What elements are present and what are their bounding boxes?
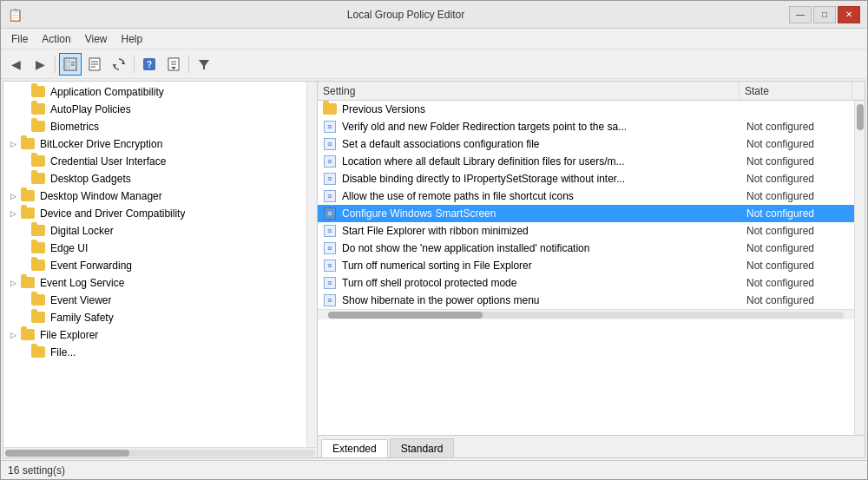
list-row[interactable]: ≡ Verify old and new Folder Redirection … — [318, 118, 854, 135]
row-icon: ≡ — [321, 205, 339, 222]
tree-item-event-log[interactable]: ▷ Event Log Service — [3, 274, 306, 292]
status-bar: 16 setting(s) — [1, 460, 867, 479]
menu-action[interactable]: Action — [35, 31, 77, 47]
list-row[interactable]: ≡ Set a default associations configurati… — [318, 135, 854, 153]
tree-item-autoplay[interactable]: AutoPlay Policies — [3, 101, 306, 118]
tree-horizontal-scroll-area — [3, 447, 317, 457]
list-row[interactable]: ≡ Allow the use of remote paths in file … — [318, 187, 854, 205]
list-row[interactable]: ≡ Location where all default Library def… — [318, 153, 854, 170]
tree-expand-icon: ▷ — [10, 209, 21, 218]
tab-standard[interactable]: Standard — [390, 438, 455, 457]
row-icon: ≡ — [321, 135, 339, 153]
tree-item-event-viewer[interactable]: Event Viewer — [3, 292, 306, 309]
row-state: Not configured — [741, 225, 854, 237]
window-title: Local Group Policy Editor — [23, 9, 789, 21]
row-state: Not configured — [741, 294, 854, 306]
help-button[interactable]: ? — [138, 53, 161, 76]
list-row[interactable]: ≡ Start File Explorer with ribbon minimi… — [318, 222, 854, 240]
export-button[interactable] — [162, 53, 185, 76]
properties-button[interactable] — [83, 53, 106, 76]
row-icon: ≡ — [321, 170, 339, 187]
row-icon: ≡ — [321, 118, 339, 135]
header-state[interactable]: State — [740, 82, 852, 100]
window-controls: — □ ✕ — [789, 6, 860, 23]
menu-view[interactable]: View — [78, 31, 115, 47]
tree-item-edge-ui[interactable]: Edge UI — [3, 240, 306, 257]
tree-item-device-driver[interactable]: ▷ Device and Driver Compatibility — [3, 205, 306, 222]
filter-button[interactable] — [193, 53, 215, 76]
tree-item-label: Biometrics — [50, 121, 99, 133]
row-name: Turn off shell protocol protected mode — [339, 277, 741, 289]
folder-row-icon — [323, 103, 337, 115]
folder-icon — [31, 173, 47, 185]
row-icon — [321, 101, 339, 118]
close-button[interactable]: ✕ — [838, 6, 860, 23]
content-area: Application Compatibility AutoPlay Polic… — [3, 81, 865, 458]
row-state: Not configured — [741, 138, 854, 150]
list-vertical-scrollbar[interactable] — [854, 101, 865, 435]
list-row[interactable]: ≡ Disable binding directly to IPropertyS… — [318, 170, 854, 187]
list-row[interactable]: ≡ Turn off shell protocol protected mode… — [318, 274, 854, 292]
menu-help[interactable]: Help — [115, 31, 150, 47]
menu-bar: File Action View Help — [1, 29, 867, 49]
minimize-button[interactable]: — — [789, 6, 812, 23]
menu-file[interactable]: File — [4, 31, 35, 47]
row-name: Disable binding directly to IPropertySet… — [339, 173, 741, 185]
tree-item-event-forwarding[interactable]: Event Forwarding — [3, 257, 306, 274]
row-name: Set a default associations configuration… — [339, 138, 741, 150]
tree-panel: Application Compatibility AutoPlay Polic… — [3, 82, 318, 457]
tree-horizontal-scrollbar[interactable] — [5, 450, 315, 457]
list-row[interactable]: ≡ Do not show the 'new application insta… — [318, 240, 854, 257]
main-window: 📋 Local Group Policy Editor — □ ✕ File A… — [0, 0, 868, 480]
row-name: Show hibernate in the power options menu — [339, 294, 741, 306]
tree-item-application-compatibility[interactable]: Application Compatibility — [3, 83, 306, 101]
tree-item-desktop-gadgets[interactable]: Desktop Gadgets — [3, 170, 306, 187]
tree-expand-icon: ▷ — [10, 192, 21, 201]
list-content[interactable]: Previous Versions ≡ Verify old and new F… — [318, 101, 854, 435]
tree-item-label: Event Forwarding — [50, 260, 132, 272]
row-state: Not configured — [741, 207, 854, 220]
tree-item-file-misc[interactable]: File... — [3, 344, 306, 361]
app-icon: 📋 — [8, 8, 23, 22]
tree-item-desktop-window[interactable]: ▷ Desktop Window Manager — [3, 187, 306, 205]
row-name: Turn off numerical sorting in File Explo… — [339, 260, 741, 272]
tree-item-label: Desktop Gadgets — [50, 173, 131, 185]
list-row[interactable]: Previous Versions — [318, 101, 854, 118]
tree-item-bitlocker[interactable]: ▷ BitLocker Drive Encryption — [3, 135, 306, 153]
policy-icon: ≡ — [324, 121, 336, 133]
tab-extended[interactable]: Extended — [321, 439, 388, 457]
row-name: Location where all default Library defin… — [339, 155, 741, 168]
list-horizontal-scroll[interactable] — [318, 309, 854, 319]
back-button[interactable]: ◀ — [4, 53, 27, 76]
policy-icon: ≡ — [324, 155, 336, 168]
header-setting[interactable]: Setting — [318, 82, 740, 100]
tree-expand-icon: ▷ — [10, 331, 21, 339]
tree-item-label: Event Viewer — [50, 294, 111, 306]
maximize-button[interactable]: □ — [813, 6, 836, 23]
tree-item-credential[interactable]: Credential User Interface — [3, 153, 306, 170]
list-row-selected[interactable]: ≡ Configure Windows SmartScreen Not conf… — [318, 205, 854, 222]
tree-panel-inner: Application Compatibility AutoPlay Polic… — [3, 82, 317, 447]
toolbar-separator-1 — [55, 56, 56, 73]
show-hide-button[interactable] — [59, 53, 82, 76]
tree-item-label: Family Safety — [50, 312, 114, 324]
forward-button[interactable]: ▶ — [29, 53, 51, 76]
row-name: Verify old and new Folder Redirection ta… — [339, 121, 741, 133]
tree-content[interactable]: Application Compatibility AutoPlay Polic… — [3, 82, 306, 447]
policy-icon: ≡ — [324, 225, 336, 237]
policy-icon: ≡ — [324, 190, 336, 202]
refresh-button[interactable] — [108, 53, 130, 76]
tree-expand-icon: ▷ — [10, 140, 21, 148]
list-header: Setting State — [318, 82, 865, 101]
list-row[interactable]: ≡ Turn off numerical sorting in File Exp… — [318, 257, 854, 274]
tree-item-biometrics[interactable]: Biometrics — [3, 118, 306, 135]
tree-item-family-safety[interactable]: Family Safety — [3, 309, 306, 326]
tree-vertical-scrollbar[interactable] — [306, 82, 317, 447]
list-h-track — [328, 312, 844, 319]
tree-item-file-explorer[interactable]: ▷ File Explorer — [3, 326, 306, 344]
row-state: Not configured — [741, 190, 854, 202]
list-row[interactable]: ≡ Show hibernate in the power options me… — [318, 292, 854, 309]
tree-item-digital-locker[interactable]: Digital Locker — [3, 222, 306, 240]
folder-icon — [21, 190, 36, 202]
policy-icon: ≡ — [324, 294, 336, 306]
